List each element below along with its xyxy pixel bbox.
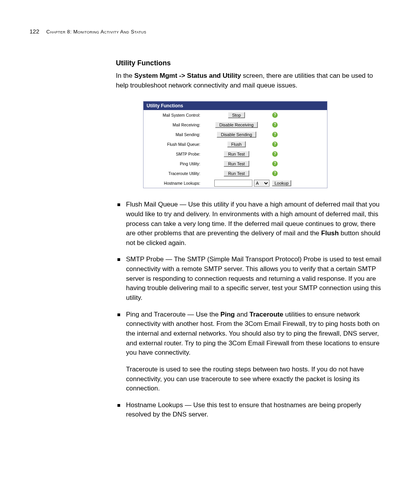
stop-button[interactable]: Stop [228,112,245,118]
row-mail-receiving: Mail Receiving: Disable Receiving ? [144,120,327,130]
panel-body: Mail System Control: Stop ? Mail Receivi… [144,110,327,188]
traceroute-subparagraph: Traceroute is used to see the routing st… [126,365,385,394]
bullet-ping-mid: and [235,311,250,318]
traceroute-run-test-button[interactable]: Run Test [224,170,249,177]
row-flush-mail-queue: Flush Mail Queue: Flush ? [144,139,327,149]
disable-receiving-button[interactable]: Disable Receiving [215,122,258,128]
intro-paragraph: In the System Mgmt -> Status and Utility… [116,71,385,90]
intro-pre: In the [116,72,134,79]
smtp-run-test-button[interactable]: Run Test [224,151,249,157]
bullet-ping-traceroute: Ping and Traceroute — Use the Ping and T… [116,310,385,394]
help-icon[interactable]: ? [272,161,278,166]
bullet-ping-b2: Traceroute [250,311,284,318]
help-icon[interactable]: ? [272,142,278,147]
bullet-flush-mail-queue: Flush Mail Queue — Use this utility if y… [116,200,385,248]
flush-button[interactable]: Flush [227,141,246,147]
row-smtp-probe: SMTP Probe: Run Test ? [144,149,327,159]
intro-bold: System Mgmt -> Status and Utility [134,72,241,79]
running-head: 122 Chapter 8: Monitoring Activity And S… [30,28,146,35]
hostname-input[interactable] [214,180,252,187]
page-number: 122 [30,28,39,35]
label-smtp-probe: SMTP Probe: [144,152,203,156]
chapter-label: Chapter 8: Monitoring Activity And Statu… [46,29,146,35]
row-traceroute-utility: Traceroute Utility: Run Test ? [144,168,327,178]
label-mail-system-control: Mail System Control: [144,113,203,117]
row-ping-utility: Ping Utility: Run Test ? [144,159,327,168]
label-hostname-lookups: Hostname Lookups: [144,181,203,186]
label-mail-receiving: Mail Receiving: [144,122,203,127]
bullet-ping-b1: Ping [220,311,235,318]
label-mail-sending: Mail Sending: [144,132,203,137]
row-mail-sending: Mail Sending: Disable Sending ? [144,130,327,139]
section-title: Utility Functions [116,59,385,67]
row-mail-system-control: Mail System Control: Stop ? [144,110,327,120]
label-flush-mail-queue: Flush Mail Queue: [144,142,203,147]
help-icon[interactable]: ? [272,122,278,128]
help-icon[interactable]: ? [272,112,278,118]
lookup-button[interactable]: Lookup [272,180,291,186]
help-icon[interactable]: ? [272,171,278,176]
hostname-record-type-select[interactable]: A [254,180,270,187]
bullet-list: Flush Mail Queue — Use this utility if y… [116,200,385,420]
utility-functions-panel: Utility Functions Mail System Control: S… [143,101,327,188]
help-icon[interactable]: ? [272,132,278,137]
label-traceroute-utility: Traceroute Utility: [144,171,203,176]
bullet-smtp-probe: SMTP Probe — The SMTP (Simple Mail Trans… [116,255,385,303]
label-ping-utility: Ping Utility: [144,161,203,166]
bullet-flush-bold: Flush [321,229,339,237]
help-icon[interactable]: ? [272,151,278,157]
disable-sending-button[interactable]: Disable Sending [217,131,256,138]
panel-title: Utility Functions [144,102,327,110]
bullet-ping-pre: Ping and Traceroute — Use the [126,311,220,318]
ping-run-test-button[interactable]: Run Test [224,161,249,167]
row-hostname-lookups: Hostname Lookups: A Lookup [144,178,327,188]
bullet-hostname-lookups: Hostname Lookups — Use this test to ensu… [116,401,385,420]
